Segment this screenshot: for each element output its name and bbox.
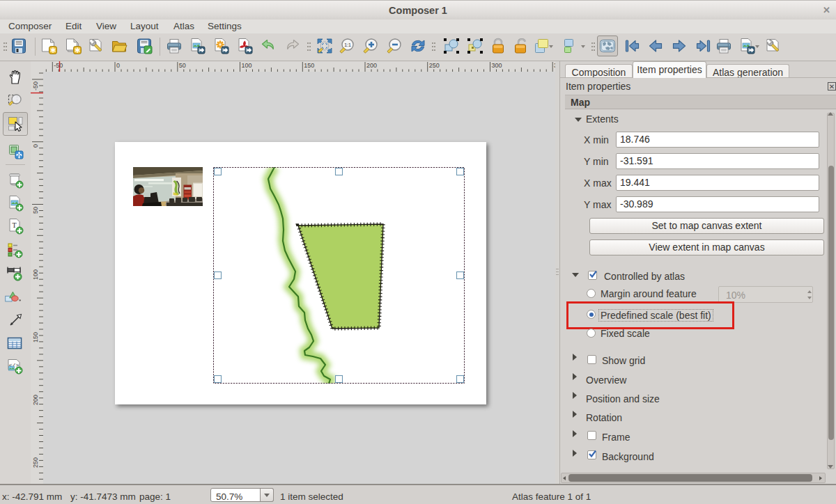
- svg-text:150: 150: [32, 332, 39, 342]
- svg-text:50: 50: [179, 62, 186, 69]
- svg-text:200: 200: [32, 395, 39, 405]
- svg-text:100: 100: [241, 62, 251, 69]
- svg-text:50: 50: [32, 207, 39, 214]
- svg-text:0: 0: [116, 62, 120, 69]
- svg-text:250: 250: [429, 62, 440, 69]
- svg-text:200: 200: [366, 62, 377, 69]
- svg-text:1:1: 1:1: [344, 42, 351, 47]
- svg-text:150: 150: [304, 62, 314, 69]
- svg-text:-50: -50: [54, 62, 63, 69]
- svg-text:-50: -50: [32, 81, 39, 90]
- svg-text:250: 250: [32, 457, 39, 468]
- svg-text:300: 300: [491, 62, 502, 69]
- svg-text:0: 0: [32, 144, 39, 148]
- svg-text:T: T: [12, 221, 16, 229]
- svg-text:100: 100: [32, 269, 39, 280]
